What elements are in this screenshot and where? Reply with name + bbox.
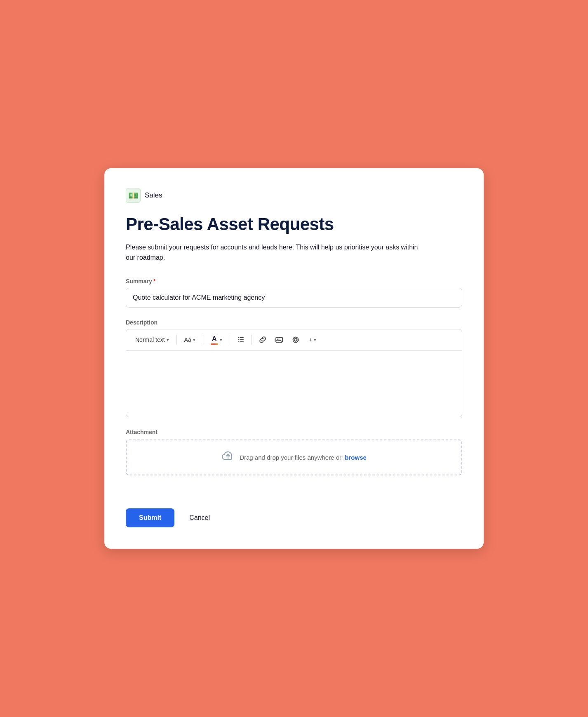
more-label: + <box>309 336 312 343</box>
toolbar-divider-2 <box>203 335 203 345</box>
font-color-dropdown[interactable]: A ▾ <box>207 333 226 347</box>
summary-input[interactable] <box>126 288 462 308</box>
font-size-chevron-icon: ▾ <box>193 337 195 343</box>
required-indicator: * <box>153 278 155 284</box>
mention-button[interactable] <box>288 333 303 346</box>
font-size-label: Aa <box>184 336 191 343</box>
submit-button[interactable]: Submit <box>126 508 174 527</box>
file-drop-zone[interactable]: Drag and drop your files anywhere or bro… <box>126 440 462 475</box>
mention-icon <box>292 336 300 344</box>
editor-toolbar: Normal text ▾ Aa ▾ A <box>126 329 462 351</box>
svg-rect-4 <box>238 339 239 340</box>
upload-icon <box>221 449 235 465</box>
font-color-chevron-icon: ▾ <box>220 337 222 343</box>
attachment-section: Attachment Drag and drop your files anyw… <box>126 429 462 492</box>
link-icon <box>259 336 267 344</box>
description-label: Description <box>126 319 462 326</box>
text-style-chevron-icon: ▾ <box>167 337 169 343</box>
cancel-button[interactable]: Cancel <box>181 508 218 527</box>
outer-container: 💵 Sales Pre-Sales Asset Requests Please … <box>88 148 500 568</box>
brand-name: Sales <box>145 191 162 200</box>
drop-text: Drag and drop your files anywhere or bro… <box>240 454 367 461</box>
toolbar-divider-3 <box>230 335 230 345</box>
attachments-grid <box>126 484 462 492</box>
svg-rect-1 <box>240 339 244 340</box>
list-button[interactable] <box>233 333 248 346</box>
attachment-label: Attachment <box>126 429 462 435</box>
toolbar-divider-1 <box>176 335 177 345</box>
svg-rect-0 <box>240 337 244 338</box>
toolbar-divider-4 <box>252 335 252 345</box>
more-dropdown[interactable]: + ▾ <box>305 334 320 346</box>
font-color-bar <box>211 343 218 345</box>
form-card: 💵 Sales Pre-Sales Asset Requests Please … <box>104 168 484 548</box>
font-size-dropdown[interactable]: Aa ▾ <box>180 334 200 346</box>
text-style-dropdown[interactable]: Normal text ▾ <box>131 334 173 346</box>
text-style-label: Normal text <box>135 336 165 343</box>
font-color-indicator: A <box>211 335 218 345</box>
image-icon <box>275 336 283 344</box>
image-button[interactable] <box>272 333 287 346</box>
description-editor-body[interactable] <box>126 351 462 417</box>
svg-rect-2 <box>240 341 244 342</box>
action-buttons: Submit Cancel <box>126 508 462 527</box>
summary-label: Summary* <box>126 278 462 284</box>
description-editor: Normal text ▾ Aa ▾ A <box>126 329 462 417</box>
svg-rect-5 <box>238 341 239 342</box>
description-field-group: Description Normal text ▾ Aa ▾ <box>126 319 462 417</box>
more-chevron-icon: ▾ <box>314 337 316 343</box>
browse-link[interactable]: browse <box>345 454 367 461</box>
svg-rect-3 <box>238 337 239 338</box>
summary-field-group: Summary* <box>126 278 462 308</box>
font-color-letter: A <box>212 335 217 343</box>
list-icon <box>237 336 245 344</box>
page-title: Pre-Sales Asset Requests <box>126 214 462 234</box>
page-description: Please submit your requests for accounts… <box>126 242 423 263</box>
brand-row: 💵 Sales <box>126 188 462 203</box>
brand-icon: 💵 <box>126 188 141 203</box>
link-button[interactable] <box>255 333 270 346</box>
